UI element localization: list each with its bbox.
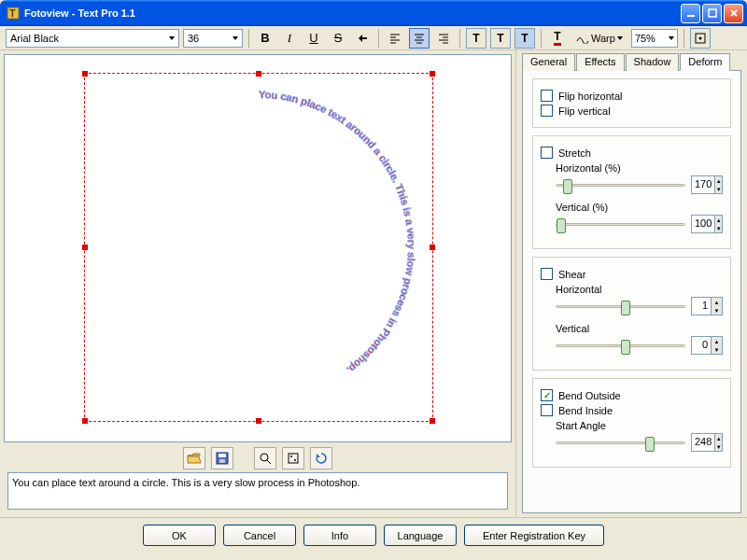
warp-dropdown[interactable]: Warp: [571, 28, 627, 49]
tab-general[interactable]: General: [522, 53, 575, 71]
close-button[interactable]: [724, 4, 743, 23]
font-size-value: 36: [188, 33, 199, 44]
bend-outside-checkbox[interactable]: ✓Bend Outside: [541, 389, 723, 401]
separator: [248, 29, 249, 48]
shear-checkbox[interactable]: Shear: [541, 268, 723, 280]
text-mode-3-button[interactable]: T: [514, 28, 535, 49]
options-button[interactable]: [690, 28, 711, 49]
shear-v-slider[interactable]: [556, 338, 685, 353]
chevron-down-icon: [617, 36, 623, 40]
shear-h-label: Horizontal: [556, 284, 723, 295]
start-angle-label: Start Angle: [556, 420, 723, 431]
align-center-button[interactable]: [409, 28, 430, 49]
stretch-h-spin[interactable]: 170▲▼: [691, 175, 723, 194]
canvas-toolbar: [4, 444, 512, 472]
chevron-down-icon: [669, 36, 674, 40]
preview-canvas[interactable]: You can place text around a circle. This…: [4, 54, 512, 442]
separator: [378, 29, 379, 48]
separator: [459, 29, 460, 48]
tab-deform[interactable]: Deform: [680, 53, 730, 71]
rotate-button[interactable]: [352, 28, 373, 49]
svg-rect-11: [289, 454, 298, 463]
svg-point-10: [261, 454, 268, 461]
svg-point-12: [290, 455, 292, 457]
warp-label: Warp: [591, 33, 615, 44]
align-right-button[interactable]: [433, 28, 454, 49]
svg-text:You can place text around a ci: You can place text around a circle. This…: [259, 89, 417, 376]
start-angle-spin[interactable]: 248▲▼: [691, 433, 723, 452]
svg-point-13: [294, 459, 296, 461]
save-button[interactable]: [211, 447, 233, 469]
flip-horizontal-checkbox[interactable]: Flip horizontal: [541, 90, 723, 102]
zoom-select[interactable]: 75%: [631, 29, 678, 48]
font-name-value: Arial Black: [10, 33, 59, 44]
zoom-button[interactable]: [254, 447, 276, 469]
maximize-button[interactable]: [702, 4, 722, 23]
window-title: Fotoview - Text Pro 1.1: [24, 7, 681, 19]
flip-vertical-checkbox[interactable]: Flip vertical: [541, 105, 723, 117]
svg-text:T: T: [9, 7, 16, 19]
text-mode-2-button[interactable]: T: [490, 28, 511, 49]
text-input-value: You can place text around a circle. This…: [12, 477, 359, 488]
separator: [684, 29, 684, 48]
stretch-h-label: Horizontal (%): [556, 162, 723, 174]
stretch-checkbox[interactable]: Stretch: [541, 147, 723, 159]
circular-text: You can place text around a circle. This…: [95, 84, 422, 411]
tab-bar: General Effects Shadow Deform: [522, 52, 741, 71]
minimize-button[interactable]: [681, 4, 700, 23]
font-name-select[interactable]: Arial Black: [6, 29, 179, 48]
register-button[interactable]: Enter Registration Key: [464, 525, 604, 546]
chevron-down-icon: [169, 36, 175, 40]
shear-h-spin[interactable]: 1▲▼: [691, 297, 723, 315]
app-icon: T: [6, 6, 21, 21]
info-button[interactable]: Info: [303, 525, 376, 546]
shear-v-spin[interactable]: 0▲▼: [691, 336, 723, 355]
stretch-v-label: Vertical (%): [556, 202, 723, 213]
text-input[interactable]: You can place text around a circle. This…: [7, 472, 508, 510]
stretch-h-slider[interactable]: [556, 177, 685, 192]
text-mode-1-button[interactable]: T: [466, 28, 486, 49]
toolbar: Arial Black 36 B I U S T T T T Warp 75%: [0, 26, 747, 50]
svg-rect-3: [709, 9, 716, 17]
font-size-select[interactable]: 36: [183, 29, 243, 48]
underline-button[interactable]: U: [303, 28, 324, 49]
shear-v-label: Vertical: [556, 323, 723, 334]
svg-rect-8: [218, 454, 226, 457]
svg-rect-9: [219, 459, 225, 463]
open-button[interactable]: [183, 447, 205, 469]
chevron-down-icon: [233, 36, 238, 40]
tab-shadow[interactable]: Shadow: [626, 53, 680, 71]
bend-inside-checkbox[interactable]: Bend Inside: [541, 404, 723, 416]
fit-button[interactable]: [282, 447, 304, 469]
italic-button[interactable]: I: [279, 28, 300, 49]
text-color-button[interactable]: T: [547, 28, 568, 49]
tab-effects[interactable]: Effects: [576, 53, 624, 71]
strike-button[interactable]: S: [328, 28, 348, 49]
deform-panel: Flip horizontal Flip vertical Stretch Ho…: [522, 71, 741, 513]
language-button[interactable]: Language: [384, 525, 457, 546]
start-angle-slider[interactable]: [556, 435, 685, 450]
ok-button[interactable]: OK: [143, 525, 216, 546]
align-left-button[interactable]: [385, 28, 405, 49]
dialog-buttons: OK Cancel Info Language Enter Registrati…: [0, 517, 747, 553]
titlebar[interactable]: T Fotoview - Text Pro 1.1: [0, 0, 747, 26]
shear-h-slider[interactable]: [556, 299, 685, 314]
svg-point-5: [698, 36, 701, 39]
cancel-button[interactable]: Cancel: [223, 525, 296, 546]
separator: [541, 29, 542, 48]
stretch-v-slider[interactable]: [556, 217, 685, 231]
refresh-button[interactable]: [310, 447, 332, 469]
stretch-v-spin[interactable]: 100▲▼: [691, 215, 723, 233]
svg-rect-2: [687, 15, 695, 17]
zoom-value: 75%: [635, 33, 655, 44]
bold-button[interactable]: B: [255, 28, 275, 49]
